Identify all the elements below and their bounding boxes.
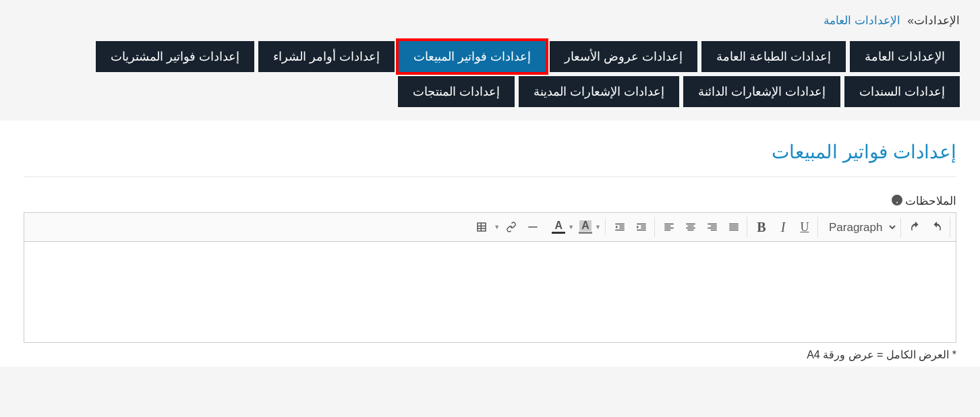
help-icon[interactable] [892,195,902,208]
chevron-down-icon: ▼ [494,224,500,230]
align-right-button[interactable] [702,217,722,237]
tab-general[interactable]: الإعدادات العامة [850,41,960,72]
outdent-button[interactable] [610,217,630,237]
format-select[interactable]: Paragraph [822,218,898,237]
chevron-down-icon: ▼ [568,224,574,230]
tab-products[interactable]: إعدادات المنتجات [398,76,515,107]
tb-group-history [902,217,950,237]
tab-purchase-orders[interactable]: إعدادات أوامر الشراء [258,41,395,72]
tb-group-align [656,217,747,237]
hr-button[interactable] [523,217,543,237]
tb-group-color: A ▼ A ▼ [547,219,606,235]
tabs-row-1: الإعدادات العامة إعدادات الطباعة العامة … [20,41,960,72]
align-center-button[interactable] [681,217,701,237]
bg-color-bar [579,232,592,234]
tb-group-insert: ▼ [469,217,546,237]
notes-label: الملاحظات [905,194,956,208]
table-button[interactable] [471,217,492,237]
undo-button[interactable] [905,217,925,237]
bg-color-button[interactable]: A ▼ [577,219,602,235]
tabs-container: الإعدادات العامة إعدادات الطباعة العامة … [0,34,980,121]
link-button[interactable] [501,217,521,237]
breadcrumb-root[interactable]: الإعدادات» [908,14,960,27]
editor-toolbar: Paragraph B I U [24,212,956,242]
tb-group-text: B I U [749,217,818,237]
align-left-button[interactable] [659,217,679,237]
italic-button[interactable]: I [773,217,793,237]
bold-button[interactable]: B [751,217,772,237]
text-color-button[interactable]: A ▼ [550,219,575,235]
notes-editor[interactable] [24,242,956,343]
breadcrumb-current[interactable]: الإعدادات العامة [824,14,900,27]
breadcrumb: الإعدادات» الإعدادات العامة [0,0,980,34]
underline-button[interactable]: U [795,217,815,237]
tab-purchase-invoices[interactable]: إعدادات فواتير المشتريات [96,41,254,72]
tab-print-general[interactable]: إعدادات الطباعة العامة [701,41,846,72]
tab-credit-notes[interactable]: إعدادات الإشعارات الدائنة [683,76,840,107]
divider [24,177,956,177]
text-color-letter: A [554,220,563,231]
tb-group-indent [607,217,655,237]
tabs-row-2: إعدادات السندات إعدادات الإشعارات الدائن… [20,76,960,107]
align-justify-button[interactable] [724,217,744,237]
tab-sales-invoices[interactable]: إعدادات فواتير المبيعات [399,41,546,72]
redo-button[interactable] [927,217,947,237]
indent-button[interactable] [631,217,652,237]
tab-vouchers[interactable]: إعدادات السندات [844,76,960,107]
chevron-down-icon: ▼ [595,224,601,230]
tb-group-format: Paragraph [819,218,901,237]
text-color-bar [552,232,565,234]
tab-debit-notes[interactable]: إعدادات الإشعارات المدينة [519,76,679,107]
bg-color-letter: A [579,220,592,231]
tab-quotes[interactable]: إعدادات عروض الأسعار [550,41,697,72]
footer-note: * العرض الكامل = عرض ورقة A4 [24,343,956,366]
svg-rect-0 [528,226,538,228]
notes-label-row: الملاحظات [24,194,956,208]
page-title: إعدادات فواتير المبيعات [24,141,956,163]
content-area: إعدادات فواتير المبيعات الملاحظات Paragr… [0,121,980,366]
